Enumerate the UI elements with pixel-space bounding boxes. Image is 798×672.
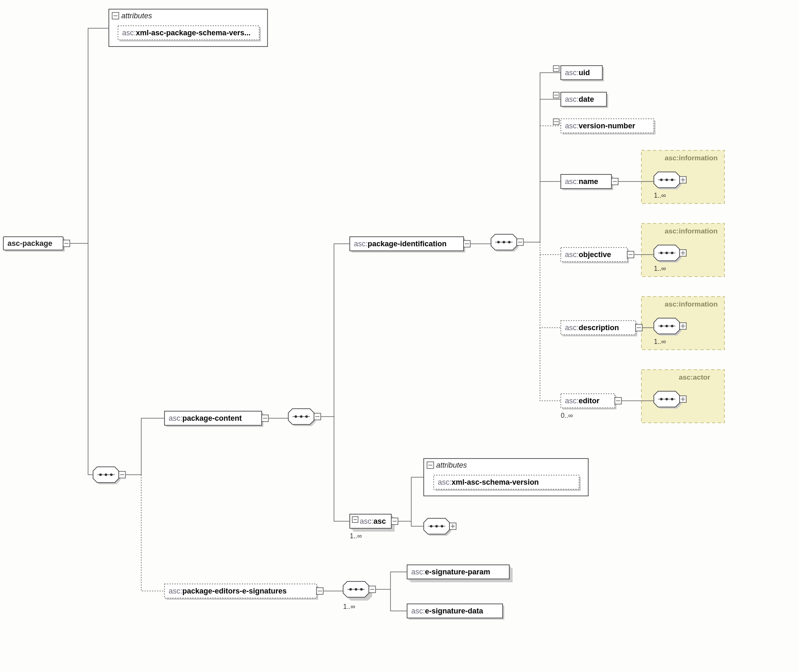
svg-point-27 [300, 415, 302, 418]
node-esig-param: asc:e-signature-param [407, 565, 513, 582]
svg-text:asc:information: asc:information [665, 154, 718, 162]
svg-text:asc:xml-asc-package-schema-ver: asc:xml-asc-package-schema-vers... [122, 29, 250, 37]
sequence-package-content [288, 409, 321, 426]
svg-text:asc:name: asc:name [565, 177, 598, 186]
svg-point-146 [430, 525, 432, 527]
node-asc-package: asc-package [3, 237, 70, 252]
name-schema-version: xml-asc-package-schema-vers... [136, 29, 250, 37]
svg-point-104 [665, 325, 668, 327]
svg-point-28 [305, 415, 308, 418]
node-package-editors: asc:package-editors-e-signatures [165, 584, 323, 600]
node-objective: asc:objective [561, 248, 634, 263]
node-attributes-top: attributes asc:xml-asc-package-schema-ve… [109, 9, 268, 47]
svg-text:asc:date: asc:date [565, 95, 594, 103]
svg-point-39 [497, 241, 500, 243]
svg-text:asc:information: asc:information [665, 227, 718, 235]
svg-point-163 [360, 588, 363, 591]
svg-point-71 [671, 179, 673, 181]
svg-text:asc:asc: asc:asc [360, 517, 386, 525]
svg-text:1..∞: 1..∞ [654, 265, 666, 272]
node-package-identification: asc:package-identification [350, 237, 470, 253]
svg-text:asc:information: asc:information [665, 300, 718, 308]
svg-point-88 [671, 252, 673, 254]
svg-point-148 [441, 525, 443, 527]
svg-point-147 [435, 525, 438, 527]
svg-text:1..∞: 1..∞ [343, 603, 355, 610]
sequence-root [93, 467, 125, 484]
sequence-package-id [491, 234, 523, 252]
svg-point-123 [671, 398, 673, 400]
svg-text:asc:xml-asc-schema-version: asc:xml-asc-schema-version [438, 478, 539, 486]
seq-asc-asc [424, 518, 456, 536]
svg-point-86 [660, 252, 663, 254]
node-version-number: asc:version-number [561, 119, 656, 135]
svg-text:asc:e-signature-param: asc:e-signature-param [411, 568, 490, 576]
svg-text:asc:uid: asc:uid [565, 69, 590, 77]
node-uid: asc:uid [561, 66, 604, 81]
svg-text:asc:editor: asc:editor [565, 397, 599, 405]
svg-point-26 [295, 415, 297, 418]
svg-point-13 [99, 473, 102, 476]
svg-point-15 [110, 473, 113, 476]
svg-point-161 [349, 588, 352, 591]
svg-point-87 [665, 252, 668, 254]
svg-text:asc:e-signature-data: asc:e-signature-data [411, 607, 484, 615]
node-asc-asc: asc:asc 1..∞ [350, 514, 398, 540]
svg-text:1..∞: 1..∞ [350, 532, 362, 540]
node-package-content: asc:package-content [165, 411, 268, 427]
svg-text:asc:actor: asc:actor [679, 373, 710, 381]
svg-point-103 [660, 325, 663, 327]
svg-text:asc:description: asc:description [565, 324, 619, 332]
svg-text:asc:package-content: asc:package-content [169, 414, 242, 422]
svg-text:asc:objective: asc:objective [565, 250, 611, 259]
svg-text:1..∞: 1..∞ [654, 338, 666, 345]
node-name: asc:name [561, 174, 618, 190]
svg-point-70 [665, 179, 668, 181]
svg-point-162 [355, 588, 357, 591]
svg-point-14 [105, 473, 107, 476]
svg-point-40 [503, 241, 505, 243]
node-esig-data: asc:e-signature-data [407, 604, 504, 620]
svg-point-69 [660, 179, 663, 181]
node-attributes-asc: attributes asc:xml-asc-schema-version [424, 459, 588, 496]
node-editor: asc:editor 0..∞ [561, 394, 621, 419]
prefix-schema-version: asc: [122, 29, 136, 37]
label-asc-package: asc-package [7, 239, 52, 248]
svg-point-121 [660, 398, 663, 400]
node-date: asc:date [561, 92, 608, 108]
label-attributes-top: attributes [121, 12, 152, 20]
svg-text:0..∞: 0..∞ [561, 412, 573, 419]
svg-text:attributes: attributes [436, 461, 467, 469]
svg-point-41 [508, 241, 511, 243]
svg-text:asc:package-editors-e-signatur: asc:package-editors-e-signatures [169, 587, 287, 595]
svg-text:1..∞: 1..∞ [654, 192, 666, 199]
svg-text:asc:version-number: asc:version-number [565, 122, 635, 130]
svg-point-105 [671, 325, 673, 327]
schema-diagram: asc-package attributes asc:xml-asc-packa… [0, 0, 798, 672]
node-description: asc:description [561, 321, 642, 336]
seq-package-editors: 1..∞ [343, 581, 376, 610]
svg-point-122 [665, 398, 668, 400]
svg-text:asc:package-identification: asc:package-identification [354, 240, 447, 248]
